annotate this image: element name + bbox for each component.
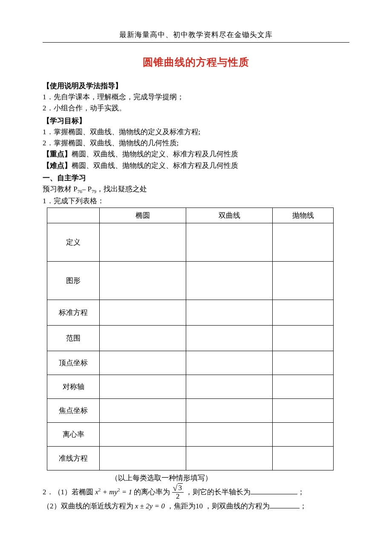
preview-sub-1: 76: [78, 189, 82, 194]
cell: [100, 446, 186, 470]
selfstudy-heading: 一、自主学习: [43, 173, 349, 183]
keypoint-line: 【重点】椭圆、双曲线、抛物线的定义、标准方程及几何性质: [43, 149, 349, 160]
table-header-parabola: 抛物线: [273, 208, 334, 223]
table-row: 图形: [47, 261, 334, 300]
cell: [100, 261, 186, 300]
cell: [186, 398, 273, 422]
header-rule: [43, 42, 349, 43]
keypoint-text: 椭圆、双曲线、抛物线的定义、标准方程及几何性质: [72, 150, 238, 158]
cell: [273, 325, 334, 351]
difficulty-label: 【难点】: [43, 162, 72, 170]
preview-text-b: – P: [82, 185, 92, 193]
goals-item-1: 1．掌握椭圆、双曲线、抛物线的定义及标准方程;: [43, 127, 349, 138]
q2-2-tail: ，则双曲线的方程为: [205, 502, 270, 510]
cell: [273, 351, 334, 375]
table-row: 离心率: [47, 422, 334, 446]
document-page: 最新海量高中、初中教学资料尽在金锄头文库 圆锥曲线的方程与性质 【使用说明及学法…: [0, 0, 392, 554]
q2-1-semi: ；: [297, 488, 305, 496]
table-row: 顶点坐标: [47, 351, 334, 375]
usage-item-2: 2．小组合作，动手实践。: [43, 103, 349, 114]
cell: [100, 223, 186, 261]
table-header-hyperbola: 双曲线: [186, 208, 273, 223]
cell: [186, 422, 273, 446]
table-corner-cell: [47, 208, 100, 223]
q2-2-mid: ，焦距为: [167, 502, 196, 510]
cell: [100, 375, 186, 398]
cell: [186, 351, 273, 375]
preview-sub-2: 79: [92, 189, 96, 194]
cell: [100, 300, 186, 325]
preview-text-c: ，找出疑惑之处: [96, 185, 147, 193]
cell: [273, 422, 334, 446]
q2-2-equation: x ± 2y = 0: [135, 502, 165, 510]
cell: [100, 351, 186, 375]
goals-heading: 【学习目标】: [43, 116, 349, 126]
row-label-focus: 焦点坐标: [47, 398, 100, 422]
cell: [100, 422, 186, 446]
cell: [186, 325, 273, 351]
row-label-directrix: 准线方程: [47, 446, 100, 470]
cell: [186, 446, 273, 470]
table-row: 标准方程: [47, 300, 334, 325]
difficulty-line: 【难点】椭圆、双曲线、抛物线的定义、标准方程及几何性质: [43, 160, 349, 171]
table-row: 对称轴: [47, 375, 334, 398]
cell: [186, 261, 273, 300]
difficulty-text: 椭圆、双曲线、抛物线的定义、标准方程及几何性质: [72, 162, 238, 170]
row-label-eccentricity: 离心率: [47, 422, 100, 446]
q2-1-mid: 的离心率为: [134, 488, 170, 496]
row-label-vertex: 顶点坐标: [47, 351, 100, 375]
table-row: 定义: [47, 223, 334, 261]
cell: [273, 398, 334, 422]
answer-blank-2[interactable]: [270, 501, 300, 508]
row-label-figure: 图形: [47, 261, 100, 300]
q2-1-lead: 2．（1）若椭圆: [43, 488, 95, 496]
row-label-definition: 定义: [47, 223, 100, 261]
goals-item-2: 2．掌握椭圆、双曲线、抛物线的几何性质;: [43, 138, 349, 149]
question-2-1: 2．（1）若椭圆 x2 + my2 = 1 的离心率为 √3 2 ，则它的长半轴…: [43, 485, 349, 501]
fraction-sqrt3-over-2: √3 2: [172, 484, 184, 500]
row-label-axis: 对称轴: [47, 375, 100, 398]
table-row: 准线方程: [47, 446, 334, 470]
q2-2-semi: ；: [300, 502, 307, 510]
table-header-row: 椭圆 双曲线 抛物线: [47, 208, 334, 223]
preview-line: 预习教材 P76– P79，找出疑惑之处: [43, 184, 349, 195]
row-label-range: 范围: [47, 325, 100, 351]
table-row: 范围: [47, 325, 334, 351]
q2-1-equation: x2 + my2 = 1: [95, 488, 132, 496]
conic-comparison-table: 椭圆 双曲线 抛物线 定义 图形 标准方程 范围 顶点坐标 对称轴 焦点坐标 离…: [47, 208, 334, 470]
table-row: 焦点坐标: [47, 398, 334, 422]
selfstudy-item-1: 1．完成下列表格：: [43, 196, 349, 207]
cell: [273, 375, 334, 398]
q2-2-lead: （2）双曲线的渐近线方程为: [43, 502, 133, 510]
keypoint-label: 【重点】: [43, 150, 72, 158]
cell: [273, 261, 334, 300]
cell: [186, 223, 273, 261]
page-header: 最新海量高中、初中教学资料尽在金锄头文库: [43, 30, 349, 40]
cell: [273, 300, 334, 325]
usage-item-1: 1．先自学课本，理解概念，完成导学提纲；: [43, 92, 349, 103]
answer-blank-1[interactable]: [251, 487, 297, 494]
table-header-ellipse: 椭圆: [100, 208, 186, 223]
cell: [186, 375, 273, 398]
table-caption: （以上每类选取一种情形填写）: [43, 473, 349, 483]
cell: [273, 223, 334, 261]
q2-2-ten: 10: [196, 502, 203, 510]
cell: [100, 325, 186, 351]
question-2-2: （2）双曲线的渐近线方程为 x ± 2y = 0 ，焦距为10 ，则双曲线的方程…: [43, 501, 349, 512]
q2-1-tail: ，则它的长半轴长为: [185, 488, 251, 496]
cell: [186, 300, 273, 325]
document-title: 圆锥曲线的方程与性质: [43, 55, 349, 69]
row-label-standard-equation: 标准方程: [47, 300, 100, 325]
cell: [273, 446, 334, 470]
preview-text-a: 预习教材 P: [43, 185, 78, 193]
usage-heading: 【使用说明及学法指导】: [43, 81, 349, 91]
cell: [100, 398, 186, 422]
